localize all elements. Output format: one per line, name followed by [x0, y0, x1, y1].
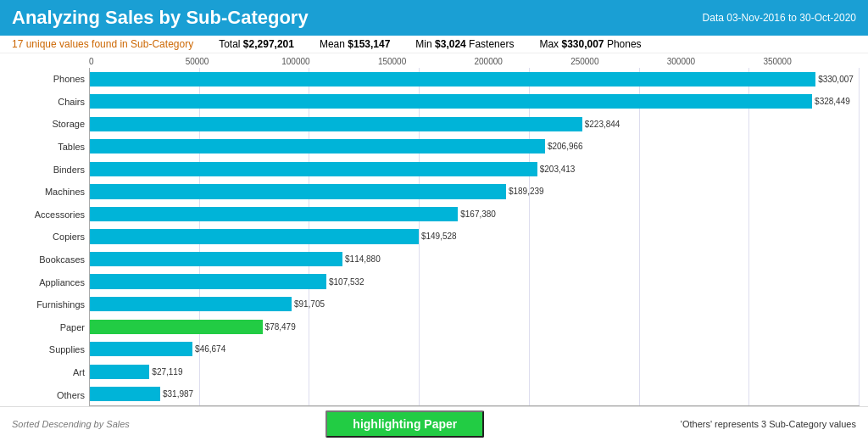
x-label-5: 250000	[570, 57, 667, 66]
bar-row-chairs: $328,449	[90, 91, 860, 114]
bar-furnishings: $91,705	[90, 297, 292, 311]
page-title: Analyzing Sales by Sub-Category	[12, 7, 309, 29]
bar-value-appliances: $107,532	[329, 277, 364, 287]
bar-row-machines: $189,239	[90, 181, 860, 204]
x-axis: 0500001000001500002000002500003000003500…	[89, 57, 860, 66]
bar-supplies: $46,674	[90, 342, 192, 356]
bar-others: $31,987	[90, 387, 160, 401]
bar-value-others: $31,987	[163, 389, 193, 399]
bar-bookcases: $114,880	[90, 252, 342, 266]
row-label-chairs: Chairs	[8, 91, 89, 114]
bar-value-binders: $203,413	[540, 165, 576, 174]
bar-art: $27,119	[90, 365, 149, 379]
x-label-2: 100000	[281, 57, 378, 66]
bar-value-paper: $78,479	[265, 322, 296, 332]
bar-value-machines: $189,239	[509, 187, 544, 196]
page-container: Analyzing Sales by Sub-Category Data 03-…	[0, 0, 868, 441]
stats-row: 17 unique values found in Sub-Category T…	[0, 36, 868, 53]
bar-value-art: $27,119	[152, 367, 182, 377]
bar-value-tables: $206,966	[548, 142, 583, 151]
bar-row-supplies: $46,674	[90, 338, 860, 360]
unique-count: 17 unique values found in Sub-Category	[12, 38, 193, 50]
bars-area: $330,007$328,449$223,844$206,966$203,413…	[89, 68, 860, 406]
max-stat: Max $330,007 Phones	[539, 38, 641, 50]
bar-row-bookcases: $114,880	[90, 248, 860, 271]
bar-row-copiers: $149,528	[90, 226, 860, 248]
row-label-supplies: Supplies	[8, 338, 89, 361]
bar-row-phones: $330,007	[90, 68, 860, 91]
bar-binders: $203,413	[90, 162, 537, 176]
bar-appliances: $107,532	[90, 274, 326, 288]
row-label-appliances: Appliances	[8, 271, 89, 293]
bar-row-appliances: $107,532	[90, 271, 860, 293]
chart-area: 0500001000001500002000002500003000003500…	[0, 53, 868, 406]
row-label-machines: Machines	[8, 181, 89, 204]
x-label-6: 300000	[667, 57, 764, 66]
header: Analyzing Sales by Sub-Category Data 03-…	[0, 0, 868, 36]
bar-chairs: $328,449	[90, 94, 812, 109]
bar-accessories: $167,380	[90, 207, 458, 221]
highlight-button[interactable]: highlighting Paper	[326, 410, 484, 438]
bar-value-accessories: $167,380	[460, 209, 496, 219]
bar-row-storage: $223,844	[90, 113, 860, 136]
others-note: 'Others' represents 3 Sub-Category value…	[681, 419, 856, 429]
row-label-storage: Storage	[8, 113, 89, 136]
total-stat: Total $2,297,201	[219, 38, 294, 50]
row-label-accessories: Accessories	[8, 204, 89, 226]
row-label-bookcases: Bookcases	[8, 248, 89, 271]
bar-row-tables: $206,966	[90, 136, 860, 159]
min-stat: Min $3,024 Fasteners	[415, 38, 514, 50]
bar-value-furnishings: $91,705	[294, 299, 325, 309]
footer: Sorted Descending by Sales highlighting …	[0, 406, 868, 441]
row-label-art: Art	[8, 361, 89, 384]
bar-value-storage: $223,844	[585, 120, 620, 129]
bar-row-binders: $203,413	[90, 158, 860, 181]
bar-phones: $330,007	[90, 72, 815, 87]
bar-storage: $223,844	[90, 117, 582, 131]
x-label-3: 150000	[378, 57, 475, 66]
sorted-label: Sorted Descending by Sales	[12, 419, 130, 429]
row-label-copiers: Copiers	[8, 226, 89, 248]
mean-stat: Mean $153,147	[320, 38, 390, 50]
bar-value-copiers: $149,528	[421, 232, 457, 241]
bar-tables: $206,966	[90, 139, 545, 154]
row-label-tables: Tables	[8, 136, 89, 159]
row-label-paper: Paper	[8, 316, 89, 339]
bar-paper: $78,479	[90, 320, 263, 334]
bar-copiers: $149,528	[90, 229, 419, 243]
row-label-others: Others	[8, 383, 89, 406]
bar-machines: $189,239	[90, 184, 506, 198]
row-labels: PhonesChairsStorageTablesBindersMachines…	[8, 68, 89, 406]
date-range: Data 03-Nov-2016 to 30-Oct-2020	[703, 12, 856, 24]
bar-value-chairs: $328,449	[815, 97, 850, 106]
bar-row-paper: $78,479	[90, 315, 860, 338]
bar-value-supplies: $46,674	[195, 344, 225, 354]
bar-row-art: $27,119	[90, 360, 860, 383]
x-label-7: 350000	[763, 57, 860, 66]
bar-row-others: $31,987	[90, 382, 860, 405]
row-label-furnishings: Furnishings	[8, 293, 89, 316]
x-label-0: 0	[89, 57, 186, 66]
bar-row-furnishings: $91,705	[90, 293, 860, 315]
row-label-binders: Binders	[8, 158, 89, 181]
x-label-4: 200000	[475, 57, 571, 66]
bar-row-accessories: $167,380	[90, 203, 860, 226]
row-label-phones: Phones	[8, 68, 89, 91]
bar-value-phones: $330,007	[818, 75, 854, 84]
bar-value-bookcases: $114,880	[345, 254, 381, 264]
x-label-1: 50000	[186, 57, 282, 66]
